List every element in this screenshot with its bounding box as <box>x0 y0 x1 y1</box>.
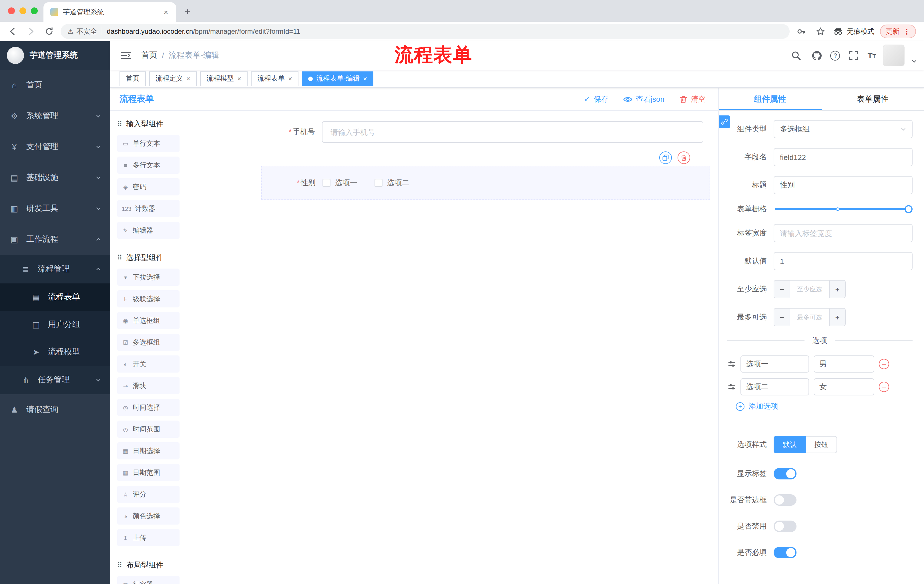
field-name-input[interactable] <box>774 148 912 166</box>
comp-time-range[interactable]: ◷时间范围 <box>117 421 180 438</box>
sidebar-item-process-model[interactable]: ➤ 流程模型 <box>0 338 111 366</box>
component-type-select[interactable]: 多选框组 <box>774 120 912 138</box>
comp-counter[interactable]: 123计数器 <box>117 200 180 217</box>
border-toggle[interactable] <box>774 494 797 506</box>
url-bar[interactable]: ⚠ 不安全 dashboard.yudao.iocoder.cn /bpm/ma… <box>61 24 790 39</box>
sidebar-item-system[interactable]: ⚙ 系统管理 <box>0 100 111 132</box>
checkbox-icon[interactable] <box>322 179 330 187</box>
grid-slider[interactable] <box>775 208 908 210</box>
comp-editor[interactable]: ✎编辑器 <box>117 222 180 239</box>
widget-phone-field[interactable]: *手机号 <box>261 121 710 143</box>
field-link-button[interactable] <box>719 115 730 128</box>
comp-radio-group[interactable]: ◉单选框组 <box>117 312 180 329</box>
option-2-name-input[interactable] <box>741 378 809 395</box>
comp-date-range[interactable]: ▦日期范围 <box>117 464 180 481</box>
comp-color-picker[interactable]: ◑颜色选择 <box>117 507 180 525</box>
comp-upload[interactable]: ↥上传 <box>117 529 180 546</box>
close-window-button[interactable] <box>8 7 15 14</box>
tag-process-form-edit[interactable]: 流程表单-编辑 × <box>302 71 373 86</box>
clear-button[interactable]: 清空 <box>679 94 706 104</box>
add-option-button[interactable]: + 添加选项 <box>736 401 912 411</box>
sidebar-logo[interactable]: 芋道管理系统 <box>0 41 111 70</box>
tag-close-icon[interactable]: × <box>186 74 190 82</box>
security-label[interactable]: 不安全 <box>77 26 97 36</box>
sidebar-item-task-management[interactable]: ⋔ 任务管理 <box>0 366 111 394</box>
breadcrumb-home[interactable]: 首页 <box>141 50 157 61</box>
comp-row-container[interactable]: ⊞行容器 <box>117 576 180 584</box>
comp-checkbox-group[interactable]: ☑多选框组 <box>117 334 180 351</box>
browser-tab[interactable]: 芋道管理系统 × <box>43 2 176 22</box>
tag-home[interactable]: 首页 <box>119 71 146 86</box>
comp-switch[interactable]: ◐开关 <box>117 355 180 373</box>
option-2-value-input[interactable] <box>813 378 874 395</box>
title-input[interactable] <box>774 176 912 194</box>
sidebar-item-home[interactable]: ⌂ 首页 <box>0 70 111 100</box>
sidebar-fold-icon[interactable] <box>111 51 141 59</box>
tab-close-icon[interactable]: × <box>163 8 169 16</box>
comp-multi-line-text[interactable]: ≡多行文本 <box>117 156 180 174</box>
disabled-toggle[interactable] <box>774 521 797 532</box>
tag-process-definition[interactable]: 流程定义 × <box>149 71 197 86</box>
sidebar-item-leave-query[interactable]: ♟ 请假查询 <box>0 394 111 425</box>
stepper-decrease-button[interactable]: − <box>774 281 790 298</box>
stepper-increase-button[interactable]: + <box>829 281 845 298</box>
gender-option-2[interactable]: 选项二 <box>375 178 409 188</box>
style-default-button[interactable]: 默认 <box>774 436 806 453</box>
label-width-input[interactable] <box>774 224 912 242</box>
slider-handle[interactable] <box>904 205 912 213</box>
checkbox-icon[interactable] <box>375 179 383 187</box>
save-button[interactable]: ✓ 保存 <box>584 94 608 104</box>
tab-component-props[interactable]: 组件属性 <box>719 88 822 110</box>
sidebar-item-payment[interactable]: ¥ 支付管理 <box>0 132 111 162</box>
tag-close-icon[interactable]: × <box>288 74 292 82</box>
view-json-button[interactable]: 查看json <box>623 94 664 104</box>
maximize-window-button[interactable] <box>31 7 38 14</box>
github-icon[interactable] <box>810 49 823 62</box>
option-1-name-input[interactable] <box>741 355 809 373</box>
remove-option-button[interactable]: − <box>879 359 889 369</box>
tag-process-model[interactable]: 流程模型 × <box>200 71 248 86</box>
tag-close-icon[interactable]: × <box>237 74 241 82</box>
comp-time-picker[interactable]: ◷时间选择 <box>117 399 180 416</box>
fullscreen-icon[interactable] <box>847 49 861 62</box>
browser-menu-icon[interactable]: ⋮ <box>903 27 910 36</box>
tag-process-form[interactable]: 流程表单 × <box>251 71 299 86</box>
update-button[interactable]: 更新 ⋮ <box>880 25 916 38</box>
max-select-value[interactable]: 最多可选 <box>790 309 829 326</box>
avatar-caret-icon[interactable] <box>911 58 917 66</box>
comp-password[interactable]: ◈密码 <box>117 178 180 196</box>
font-size-icon[interactable]: TT <box>868 51 876 60</box>
sidebar-item-infrastructure[interactable]: ▤ 基础设施 <box>0 162 111 193</box>
minimize-window-button[interactable] <box>20 7 26 14</box>
search-icon[interactable] <box>789 49 803 62</box>
comp-select[interactable]: ▾下拉选择 <box>117 268 180 286</box>
tab-form-props[interactable]: 表单属性 <box>822 88 924 110</box>
copy-widget-button[interactable] <box>659 151 672 164</box>
required-toggle[interactable] <box>774 547 797 558</box>
comp-date-picker[interactable]: ▦日期选择 <box>117 442 180 459</box>
help-icon[interactable]: ? <box>830 51 840 60</box>
incognito-badge[interactable]: 无痕模式 <box>833 26 874 36</box>
sidebar-item-devtools[interactable]: ▥ 研发工具 <box>0 193 111 224</box>
remove-option-button[interactable]: − <box>879 382 889 392</box>
sidebar-item-process-management[interactable]: ≣ 流程管理 <box>0 255 111 283</box>
min-select-value[interactable]: 至少应选 <box>790 281 829 298</box>
comp-cascader[interactable]: ⊦级联选择 <box>117 290 180 308</box>
sidebar-item-user-groups[interactable]: ◫ 用户分组 <box>0 311 111 338</box>
reload-icon[interactable] <box>42 25 56 38</box>
stepper-decrease-button[interactable]: − <box>774 309 790 326</box>
comp-rate[interactable]: ☆评分 <box>117 486 180 503</box>
tag-close-icon[interactable]: × <box>363 74 367 82</box>
phone-input[interactable] <box>322 121 703 143</box>
sidebar-item-process-form[interactable]: ▤ 流程表单 <box>0 283 111 311</box>
option-drag-icon[interactable] <box>728 383 736 391</box>
user-avatar[interactable] <box>883 44 904 66</box>
style-button-button[interactable]: 按钮 <box>806 436 837 453</box>
back-icon[interactable] <box>6 25 20 38</box>
comp-slider[interactable]: ⊸滑块 <box>117 377 180 394</box>
gender-option-1[interactable]: 选项一 <box>322 178 357 188</box>
bookmark-star-icon[interactable] <box>813 25 827 38</box>
widget-gender-field-selected[interactable]: *性别 选项一 选项二 <box>261 166 710 200</box>
new-tab-button[interactable]: + <box>181 5 195 19</box>
show-label-toggle[interactable] <box>774 468 797 479</box>
